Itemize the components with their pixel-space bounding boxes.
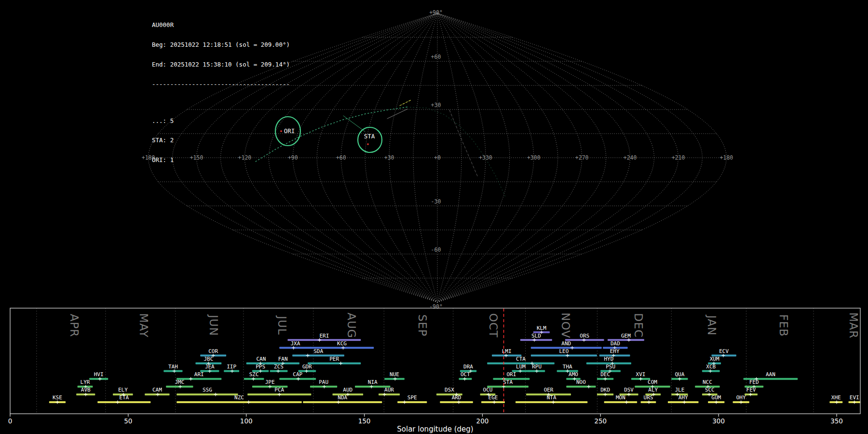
- month-label: NOV: [559, 312, 572, 339]
- shower-label-JLE: JLE: [675, 387, 684, 393]
- shower-label-ALY: ALY: [648, 387, 658, 393]
- shower-label-AUR: AUR: [384, 387, 394, 393]
- shower-label-PAU: PAU: [319, 379, 328, 385]
- x-tick-label: 100: [240, 417, 253, 425]
- shower-bar-STA: [487, 386, 529, 388]
- shower-label-OCT: OCT: [461, 371, 470, 378]
- yellow-arc: [400, 100, 411, 106]
- peak-marker-EVI: [853, 400, 856, 404]
- shower-bar-AUR: [379, 393, 400, 395]
- lat-label: +30: [431, 102, 441, 108]
- lon-label: +240: [624, 154, 637, 161]
- month-label: DEC: [632, 313, 645, 338]
- plot-canvas: +180+150+120+90+60+30+0+330+300+270+240+…: [0, 0, 868, 434]
- shower-label-DRA: DRA: [463, 364, 473, 370]
- peak-marker-PPS: [259, 369, 262, 373]
- peak-marker-CAP: [297, 377, 300, 380]
- drift-connector: [343, 116, 365, 132]
- month-label: OCT: [487, 313, 500, 338]
- peak-marker-ZCS: [276, 369, 280, 373]
- lat-label: +60: [431, 54, 441, 60]
- peak-marker-ETA: [116, 400, 119, 404]
- peak-marker-EGE: [492, 400, 496, 404]
- x-tick-label: 0: [8, 417, 13, 425]
- shower-label-DAD: DAD: [610, 340, 620, 347]
- month-label: JAN: [705, 314, 718, 336]
- shower-label-LEO: LEO: [559, 348, 569, 354]
- shower-label-HVI: HVI: [94, 371, 104, 378]
- shower-label-COR: COR: [208, 348, 218, 354]
- peak-marker-ARI: [189, 377, 192, 380]
- month-label: SEP: [416, 314, 429, 337]
- shower-bar-PER: [308, 362, 361, 364]
- shower-label-FEV: FEV: [746, 387, 756, 393]
- shower-label-OHY: OHY: [736, 394, 746, 401]
- shower-label-PCA: PCA: [274, 387, 284, 393]
- peak-marker-CAM: [156, 393, 160, 396]
- station-id: AU000R: [152, 22, 290, 28]
- peak-marker-SDA: [306, 354, 310, 357]
- shower-label-JXA: JXA: [290, 340, 300, 347]
- peak-marker-GDR: [305, 369, 308, 373]
- shower-label-PPS: PPS: [256, 364, 265, 370]
- peak-marker-GUM: [715, 400, 718, 404]
- peak-marker-SCC: [707, 393, 711, 396]
- shower-label-ETA: ETA: [119, 394, 129, 401]
- shower-bar-NZC: [176, 401, 302, 403]
- shower-label-AMO: AMO: [569, 371, 578, 378]
- peak-marker-ARD: [457, 400, 461, 404]
- radiant-activity-plot: +180+150+120+90+60+30+0+330+300+270+240+…: [0, 0, 868, 434]
- lon-label: +270: [575, 154, 589, 161]
- shower-label-RPU: RPU: [532, 364, 542, 370]
- lat-label: -60: [431, 246, 441, 253]
- shower-label-JBC: JBC: [203, 356, 213, 362]
- shower-label-TAH: TAH: [168, 364, 178, 370]
- lon-label: +0: [434, 154, 441, 161]
- shower-label-COM: COM: [648, 379, 657, 385]
- peak-marker-SLD: [533, 339, 536, 342]
- peak-marker-NDA: [337, 400, 340, 404]
- shower-label-CTA: CTA: [516, 356, 526, 362]
- shower-label-EHY: EHY: [610, 348, 620, 354]
- peak-marker-IIP: [231, 369, 234, 373]
- shower-label-PSU: PSU: [606, 364, 615, 370]
- peak-marker-AUR: [383, 393, 386, 396]
- month-label: FEB: [777, 314, 790, 337]
- peak-marker-XCB: [709, 369, 712, 373]
- gray-track: [449, 110, 477, 176]
- shower-bar-NTA: [515, 401, 587, 403]
- lon-label: +300: [527, 154, 541, 161]
- lon-label: +210: [672, 154, 685, 161]
- separator: --------------------------------------: [152, 81, 290, 88]
- shower-label-GEM: GEM: [621, 333, 631, 339]
- shower-label-NIA: NIA: [368, 379, 378, 385]
- month-label: JUN: [207, 314, 220, 336]
- peak-marker-FEV: [749, 393, 752, 396]
- shower-label-PER: PER: [329, 356, 339, 362]
- peak-marker-AVB: [84, 393, 87, 396]
- peak-marker-PER: [339, 362, 342, 365]
- shower-label-EGE: EGE: [488, 394, 498, 401]
- shower-label-AUD: AUD: [343, 387, 353, 393]
- radiant-marker-STA: [367, 144, 369, 145]
- x-tick-label: 350: [830, 417, 843, 425]
- shower-label-EVI: EVI: [850, 394, 859, 401]
- x-tick-label: 300: [712, 417, 725, 425]
- peak-marker-OCT: [463, 377, 466, 380]
- peak-marker-KCG: [341, 346, 345, 350]
- shower-bar-JXA: [279, 347, 311, 349]
- x-tick-label: 50: [124, 417, 132, 425]
- shower-label-NDA: NDA: [338, 394, 347, 401]
- shower-label-CAN: CAN: [256, 356, 266, 362]
- shower-label-ORI: ORI: [506, 371, 516, 378]
- shower-label-CAP: CAP: [293, 371, 302, 378]
- activity-chart: APRMAYJUNJULAUGSEPOCTNOVDECJANFEBMARKLME…: [8, 308, 860, 434]
- shower-label-AAN: AAN: [766, 371, 775, 378]
- x-tick-label: 200: [476, 417, 489, 425]
- shower-label-DSX: DSX: [445, 387, 454, 393]
- shower-label-JMC: JMC: [175, 379, 184, 385]
- peak-marker-SSG: [214, 393, 217, 396]
- shower-label-JPE: JPE: [265, 379, 275, 385]
- shower-bar-NOO: [566, 386, 596, 388]
- peak-marker-NZC: [247, 400, 250, 404]
